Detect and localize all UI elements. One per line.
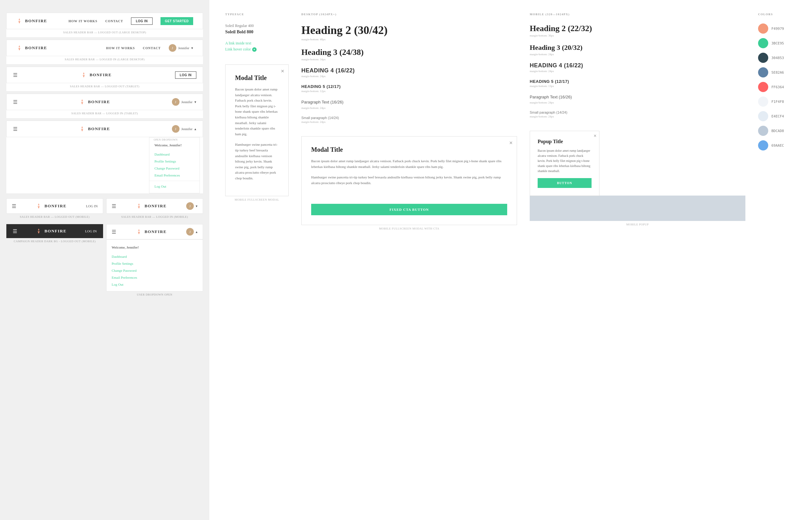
mobile-dropdown-dashboard[interactable]: Dashboard bbox=[107, 253, 203, 260]
modal-box-2: ✕ Modal Title Bacon ipsum dolor amet rum… bbox=[301, 136, 517, 225]
mobile-type-header: MOBILE (320—1024px) bbox=[530, 13, 746, 16]
logo-area-4: BONFIRE bbox=[79, 99, 110, 105]
logo-text-3: BONFIRE bbox=[89, 72, 112, 77]
typeface-regular: Soleil Regular 400 bbox=[225, 24, 289, 28]
color-label-E4ECF4: E4ECF4 bbox=[772, 114, 784, 119]
header-label-large-logged-out: SALES HEADER BAR — LOGGED OUT (LARGE DES… bbox=[6, 29, 203, 37]
user-badge-mobile-dd[interactable]: J ▴ bbox=[186, 228, 198, 236]
type-h5-mobile-meta: margin-bottom: 13px bbox=[530, 84, 746, 87]
type-h3-mobile: Heading 3 (20/32) bbox=[530, 44, 746, 52]
user-badge-2[interactable]: J Jennifer ▾ bbox=[172, 98, 196, 106]
login-text-dark[interactable]: LOG IN bbox=[85, 229, 97, 233]
logo-area-dark: BONFIRE bbox=[35, 228, 66, 234]
header-bar-mobile-logged-in: ☰ BONFIRE J ▾ bbox=[106, 199, 203, 214]
bonfire-logo-icon-2 bbox=[16, 45, 23, 51]
logo-area-5: BONFIRE bbox=[79, 126, 110, 132]
login-button[interactable]: LOG IN bbox=[131, 18, 152, 25]
header-mobile-dropdown: ☰ BONFIRE J ▴ bbox=[106, 224, 203, 300]
modal-close-icon-2[interactable]: ✕ bbox=[509, 140, 513, 146]
type-h3-desktop-meta: margin-bottom: 34px bbox=[301, 58, 517, 61]
popup-button[interactable]: BUTTON bbox=[538, 178, 592, 188]
header-label-dark-mobile: CAMPAIGN HEADER DARK BG - LOGGED OUT (MO… bbox=[6, 238, 103, 246]
mobile-headers-section: ☰ BONFIRE LOG IN SALES HEADER BAR — LOGG… bbox=[6, 199, 203, 222]
nav-contact-2[interactable]: CONTACT bbox=[143, 46, 161, 50]
dropdown-log-out[interactable]: Log Out bbox=[149, 183, 199, 190]
svg-marker-1 bbox=[19, 45, 21, 51]
svg-marker-4 bbox=[81, 126, 83, 132]
header-label-mobile-logged-in: SALES HEADER BAR — LOGGED IN (MOBILE) bbox=[106, 214, 203, 222]
type-p-desktop-row: Paragraph Text (16/26) margin-bottom: 24… bbox=[301, 99, 517, 109]
user-badge-3[interactable]: J Jennifer ▴ bbox=[172, 125, 196, 133]
colors-section: COLORS F499793BCE953048535E82A6FF6364F1F… bbox=[758, 13, 796, 507]
user-name-3: Jennifer bbox=[181, 127, 193, 131]
type-h2-mobile: Heading 2 (22/32) bbox=[530, 24, 746, 33]
desktop-type-section: DESKTOP (1024px+) Heading 2 (30/42) marg… bbox=[301, 13, 517, 507]
header-dark-mobile: ☰ BONFIRE LOG IN CAMPAIGN HEADER DARK BG… bbox=[6, 224, 103, 246]
mobile-dropdown-email[interactable]: Email Preferences bbox=[107, 274, 203, 281]
color-label-3BCE95: 3BCE95 bbox=[772, 41, 784, 45]
dropdown-dashboard[interactable]: Dashboard bbox=[149, 151, 199, 158]
type-h5-desktop: HEADING 5 (12/17) bbox=[301, 84, 517, 89]
header-bar-tablet-logged-in: ☰ BONFIRE J Jennifer ▾ bbox=[6, 94, 203, 110]
hamburger-icon-mobile-dd[interactable]: ☰ bbox=[112, 229, 116, 235]
modal-label-1: MOBILE FULLSCREEN MODAL bbox=[225, 198, 289, 201]
type-h3-desktop: Heading 3 (24/38) bbox=[301, 47, 517, 57]
hamburger-icon-mobile-2[interactable]: ☰ bbox=[112, 203, 116, 209]
modal-close-icon-1[interactable]: ✕ bbox=[281, 69, 284, 74]
dropdown-email-preferences[interactable]: Email Preferences bbox=[149, 172, 199, 179]
nav-how-it-works-2[interactable]: HOW IT WORKS bbox=[106, 46, 135, 50]
type-p-mobile: Paragraph Text (16/26) bbox=[530, 94, 746, 101]
color-label-BDCAD8: BDCAD8 bbox=[772, 129, 784, 133]
mobile-dropdown-profile[interactable]: Profile Settings bbox=[107, 260, 203, 267]
nav-how-it-works[interactable]: HOW IT WORKS bbox=[68, 19, 97, 23]
type-h4-desktop-row: HEADING 4 (16/22) margin-bottom: 24px bbox=[301, 67, 517, 78]
type-h3-desktop-row: Heading 3 (24/38) margin-bottom: 34px bbox=[301, 47, 517, 61]
color-label-69AAEC: 69AAEC bbox=[772, 144, 784, 148]
logo-text-mobile: BONFIRE bbox=[45, 204, 66, 209]
header-label-user-dropdown: USER DROPDOWN OPEN bbox=[106, 291, 203, 300]
mobile-dropdown-welcome: Welcome, Jennifer! bbox=[107, 243, 203, 253]
svg-marker-3 bbox=[81, 99, 83, 105]
color-swatch-row-4: FF6364 bbox=[758, 82, 796, 92]
user-badge-mobile[interactable]: J ▾ bbox=[186, 202, 198, 210]
bonfire-logo-icon-3 bbox=[81, 72, 87, 78]
mobile-dropdown-password[interactable]: Change Password bbox=[107, 267, 203, 274]
chevron-up-icon: ▴ bbox=[194, 127, 196, 131]
modal-title-2: Modal Title bbox=[311, 146, 507, 153]
color-swatch-row-1: 3BCE95 bbox=[758, 38, 796, 48]
color-label-FF6364: FF6364 bbox=[772, 85, 784, 89]
color-swatches: F499793BCE953048535E82A6FF6364F1F4F8E4EC… bbox=[758, 24, 796, 151]
login-text-mobile[interactable]: LOG IN bbox=[86, 204, 98, 208]
user-avatar-2: J bbox=[172, 98, 179, 106]
type-p-mobile-row: Paragraph Text (16/26) margin-bottom: 24… bbox=[530, 94, 746, 104]
type-h3-mobile-meta: margin-bottom: 24px bbox=[530, 53, 746, 56]
dark-header-bar: ☰ BONFIRE LOG IN bbox=[6, 224, 103, 238]
hamburger-icon-2[interactable]: ☰ bbox=[13, 99, 18, 105]
popup-close-icon[interactable]: ✕ bbox=[593, 134, 597, 138]
user-badge[interactable]: J Jennifer ▾ bbox=[169, 44, 193, 52]
svg-marker-2 bbox=[83, 72, 85, 78]
dropdown-change-password[interactable]: Change Password bbox=[149, 165, 199, 172]
user-avatar-mobile: J bbox=[186, 202, 194, 210]
hamburger-icon-3[interactable]: ☰ bbox=[13, 126, 18, 132]
mobile-dropdown-logout[interactable]: Log Out bbox=[107, 281, 203, 288]
link-hover-label: Link hover color bbox=[225, 47, 251, 52]
chevron-down-icon-2: ▾ bbox=[194, 100, 196, 104]
bonfire-logo-icon bbox=[16, 18, 23, 24]
hamburger-icon-dark[interactable]: ☰ bbox=[13, 228, 17, 234]
type-h5-desktop-meta: margin-bottom: 12px bbox=[301, 89, 517, 93]
get-started-button[interactable]: GET STARTED bbox=[161, 17, 193, 25]
hamburger-icon-mobile[interactable]: ☰ bbox=[12, 203, 16, 209]
hamburger-icon[interactable]: ☰ bbox=[13, 72, 18, 78]
login-button-tablet[interactable]: LOG IN bbox=[175, 72, 196, 79]
type-h2-desktop-meta: margin-bottom: 48px bbox=[301, 38, 517, 41]
modal-body-2b: Hamburger swine pancetta tri-tip turkey … bbox=[311, 175, 507, 186]
color-swatch-304853 bbox=[758, 53, 768, 63]
modal-body-1a: Bacon ipsum dolor amet rump landjaeger a… bbox=[235, 87, 279, 137]
bonfire-logo-icon-5 bbox=[79, 126, 85, 132]
color-swatch-row-2: 304853 bbox=[758, 53, 796, 63]
dropdown-profile-settings[interactable]: Profile Settings bbox=[149, 158, 199, 165]
bonfire-logo-icon-mobile bbox=[35, 203, 42, 209]
modal-cta-button[interactable]: FIXED CTA BUTTON bbox=[311, 204, 507, 215]
nav-contact[interactable]: CONTACT bbox=[105, 19, 123, 23]
